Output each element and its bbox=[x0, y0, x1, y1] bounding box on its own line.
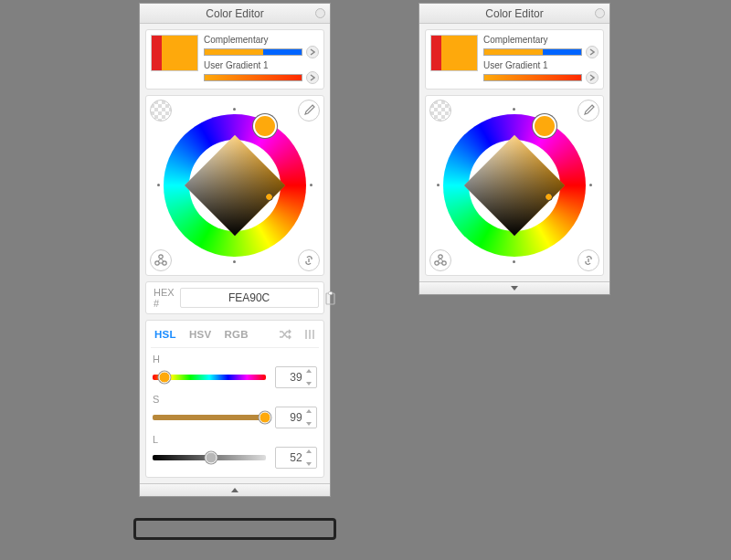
svg-rect-7 bbox=[313, 330, 314, 339]
copy-hex-button[interactable] bbox=[324, 289, 336, 307]
collapse-button-highlight bbox=[133, 518, 336, 540]
caret-up-icon[interactable] bbox=[306, 369, 312, 373]
slider-l-value[interactable]: 52 bbox=[275, 447, 317, 469]
panel-expand-button[interactable] bbox=[419, 281, 609, 294]
caret-down-icon[interactable] bbox=[306, 462, 312, 466]
slider-h-value[interactable]: 39 bbox=[275, 366, 317, 388]
slider-l-thumb[interactable] bbox=[206, 452, 217, 464]
hex-label: HEX # bbox=[154, 287, 175, 309]
harmony-label: Complementary bbox=[483, 35, 599, 45]
hex-card: HEX # bbox=[145, 281, 324, 314]
caret-up-icon bbox=[231, 488, 238, 492]
color-wheel-card bbox=[425, 95, 604, 276]
caret-up-icon[interactable] bbox=[306, 409, 312, 413]
tab-hsv[interactable]: HSV bbox=[189, 329, 212, 340]
bars-icon bbox=[304, 329, 315, 340]
panel-status-dot[interactable] bbox=[595, 8, 605, 18]
sliders-card: HSL HSV RGB H 39 bbox=[145, 320, 324, 478]
sliders-view-button[interactable] bbox=[304, 329, 315, 340]
harmony-gradient-bar[interactable] bbox=[483, 48, 582, 56]
user-gradient-label: User Gradient 1 bbox=[483, 60, 599, 70]
user-gradient-expand-button[interactable] bbox=[306, 71, 319, 84]
shuffle-icon bbox=[279, 329, 291, 340]
chevron-right-icon bbox=[589, 74, 595, 81]
hue-cursor[interactable] bbox=[533, 114, 556, 138]
slider-l-track[interactable] bbox=[153, 455, 266, 460]
slider-l-label: L bbox=[153, 434, 317, 445]
color-editor-panel-collapsed: Color Editor Complementary bbox=[418, 3, 610, 295]
diamond-cursor[interactable] bbox=[545, 193, 553, 201]
svg-rect-4 bbox=[328, 291, 332, 294]
panel-status-dot[interactable] bbox=[315, 8, 325, 18]
user-gradient-bar[interactable] bbox=[204, 74, 302, 81]
caret-down-icon[interactable] bbox=[306, 382, 312, 386]
harmony-label: Complementary bbox=[204, 35, 319, 45]
color-editor-panel-expanded: Color Editor Complementary bbox=[139, 3, 331, 497]
caret-up-icon[interactable] bbox=[306, 449, 312, 453]
svg-rect-5 bbox=[305, 330, 307, 339]
caret-down-icon[interactable] bbox=[306, 422, 312, 426]
svg-rect-6 bbox=[309, 330, 311, 339]
shuffle-button[interactable] bbox=[279, 329, 291, 340]
chevron-right-icon bbox=[310, 48, 315, 56]
color-wheel-card bbox=[145, 95, 324, 276]
slider-l-block: L 52 bbox=[151, 428, 319, 472]
slider-s-value[interactable]: 99 bbox=[275, 407, 317, 428]
clipboard-icon bbox=[324, 291, 336, 305]
user-gradient-expand-button[interactable] bbox=[586, 71, 599, 84]
tab-rgb[interactable]: RGB bbox=[224, 329, 248, 340]
user-gradient-label: User Gradient 1 bbox=[204, 60, 319, 70]
panel-title-bar[interactable]: Color Editor bbox=[140, 4, 330, 24]
slider-s-block: S 99 bbox=[151, 388, 319, 428]
harmony-expand-button[interactable] bbox=[586, 46, 599, 58]
chevron-right-icon bbox=[589, 48, 595, 56]
panel-collapse-button[interactable] bbox=[140, 483, 330, 496]
panel-title: Color Editor bbox=[206, 7, 263, 20]
slider-s-thumb[interactable] bbox=[259, 412, 270, 424]
hex-input[interactable] bbox=[180, 288, 319, 308]
slider-s-track[interactable] bbox=[153, 415, 266, 420]
slider-h-block: H 39 bbox=[151, 348, 319, 388]
color-wheel[interactable] bbox=[438, 109, 591, 262]
swatch-card: Complementary User Gradient 1 bbox=[425, 29, 604, 90]
slider-h-label: H bbox=[153, 354, 317, 365]
tab-hsl[interactable]: HSL bbox=[154, 329, 176, 340]
hue-cursor[interactable] bbox=[253, 114, 277, 138]
swatch-card: Complementary User Gradient 1 bbox=[145, 29, 324, 90]
panel-title: Color Editor bbox=[485, 7, 543, 20]
chevron-right-icon bbox=[310, 74, 315, 81]
slider-h-thumb[interactable] bbox=[159, 372, 171, 384]
caret-down-icon bbox=[511, 286, 518, 291]
color-wheel[interactable] bbox=[158, 109, 312, 262]
color-model-tabs: HSL HSV RGB bbox=[151, 325, 319, 348]
slider-h-track[interactable] bbox=[153, 375, 266, 380]
current-color-swatch[interactable] bbox=[430, 35, 478, 71]
current-color-swatch[interactable] bbox=[151, 35, 198, 71]
harmony-gradient-bar[interactable] bbox=[204, 48, 302, 56]
harmony-expand-button[interactable] bbox=[306, 46, 319, 58]
user-gradient-bar[interactable] bbox=[483, 74, 582, 81]
slider-s-label: S bbox=[153, 394, 317, 405]
panel-title-bar[interactable]: Color Editor bbox=[419, 4, 609, 24]
diamond-cursor[interactable] bbox=[265, 193, 273, 201]
